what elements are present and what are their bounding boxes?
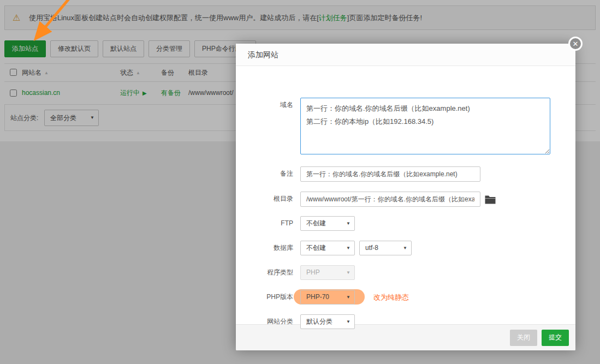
php-version-select-value: PHP-70 [306, 293, 329, 301]
folder-icon[interactable] [485, 195, 496, 204]
chevron-down-icon: ▼ [346, 315, 351, 329]
annotation-text: 改为纯静态 [373, 293, 409, 302]
chevron-down-icon: ▼ [346, 290, 351, 304]
close-icon: ✕ [573, 40, 579, 48]
site-category-select[interactable]: 默认分类 ▼ [300, 314, 355, 329]
site-category-select-value: 默认分类 [306, 318, 332, 325]
charset-select[interactable]: utf-8 ▼ [359, 241, 412, 255]
root-dir-label: 根目录 [236, 195, 293, 203]
note-label: 备注 [236, 170, 293, 178]
database-select-value: 不创建 [306, 244, 326, 252]
ftp-select-value: 不创建 [306, 219, 326, 227]
ftp-label: FTP [236, 219, 293, 228]
charset-select-value: utf-8 [365, 244, 378, 252]
chevron-down-icon: ▼ [346, 241, 351, 255]
app-type-label: 程序类型 [236, 268, 293, 277]
chevron-down-icon: ▼ [403, 241, 407, 255]
domain-label: 域名 [236, 101, 293, 109]
domain-textarea[interactable]: 第一行：你的域名.你的域名后缀（比如example.net) 第二行：你的本地i… [300, 98, 550, 154]
root-dir-input[interactable] [300, 192, 480, 207]
chevron-down-icon: ▼ [346, 217, 351, 230]
php-version-select[interactable]: PHP-70 ▼ [300, 290, 355, 305]
app-type-select: PHP ▼ [300, 265, 355, 280]
modal-title: 添加网站 [236, 44, 575, 66]
close-button[interactable]: ✕ [568, 37, 583, 51]
note-input[interactable] [300, 166, 480, 182]
ftp-select[interactable]: 不创建 ▼ [300, 216, 355, 231]
database-label: 数据库 [236, 244, 293, 252]
modal-body: 域名 第一行：你的域名.你的域名后缀（比如example.net) 第二行：你的… [236, 66, 575, 324]
submit-button[interactable]: 提交 [542, 330, 569, 346]
close-modal-button[interactable]: 关闭 [510, 330, 537, 346]
chevron-down-icon: ▼ [346, 266, 351, 279]
add-site-modal: ✕ 添加网站 域名 第一行：你的域名.你的域名后缀（比如example.net)… [236, 44, 575, 350]
app-type-select-value: PHP [306, 268, 320, 276]
php-version-label: PHP版本 [236, 293, 293, 301]
modal-footer: 关闭 提交 [236, 324, 575, 350]
database-select[interactable]: 不创建 ▼ [300, 241, 355, 255]
